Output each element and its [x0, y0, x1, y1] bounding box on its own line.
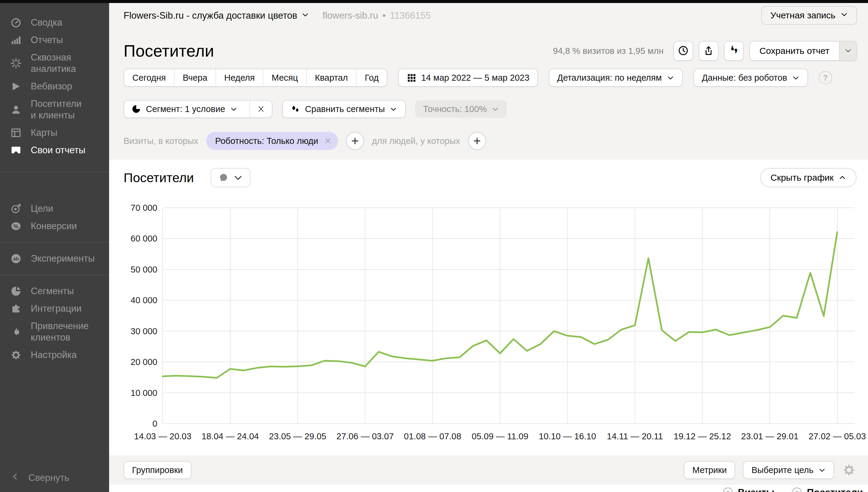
chevron-left-icon [11, 472, 20, 484]
sidebar-item-label: Свои отчеты [31, 145, 85, 156]
add-visit-condition-button[interactable] [346, 132, 364, 150]
chart-comment-button[interactable] [211, 168, 251, 187]
save-report-split: Сохранить отчет [749, 41, 857, 61]
sidebar: СводкаОтчетыСквозная аналитикаВебвизорПо… [0, 3, 109, 492]
sidebar-item-goals[interactable]: Цели [0, 200, 109, 217]
svg-text:ab: ab [13, 256, 19, 262]
sidebar-item-cross-analytics[interactable]: Сквозная аналитика [0, 49, 109, 78]
save-report-button[interactable]: Сохранить отчет [750, 42, 839, 60]
period-button-yesterday[interactable]: Вчера [174, 69, 216, 86]
svg-text:60 000: 60 000 [131, 233, 157, 243]
counter-meta: flowers-sib.ru • 11366155 [323, 10, 431, 21]
period-button-group: СегодняВчераНеделяМесяцКварталГод [123, 69, 387, 87]
svg-text:10.10 — 16.10: 10.10 — 16.10 [539, 432, 596, 441]
svg-text:70 000: 70 000 [131, 203, 157, 213]
svg-text:23.05 — 29.05: 23.05 — 29.05 [269, 432, 326, 441]
ab-icon: ab [10, 253, 22, 264]
compare-segments-button[interactable]: Сравнить сегменты [282, 100, 406, 118]
legend-item-visitors[interactable]: Посетители [791, 487, 863, 492]
sidebar-item-label: Вебвизор [31, 81, 72, 92]
sidebar-group-3: abЭксперименты [0, 242, 109, 275]
sidebar-item-custom-reports[interactable]: Свои отчеты [0, 142, 109, 159]
accuracy-button[interactable]: Точность: 100% [415, 100, 507, 118]
chevron-down-icon [818, 466, 826, 474]
sidebar-item-label: Цели [31, 203, 53, 214]
segment-clear-button[interactable] [250, 101, 272, 118]
sidebar-item-label: Привлечение клиентов [31, 320, 89, 343]
sidebar-item-label: Настройка [31, 349, 77, 361]
people-prefix: для людей, у которых [372, 136, 460, 146]
groupings-button[interactable]: Группировки [123, 461, 191, 479]
table-settings-button[interactable] [842, 463, 856, 477]
comments-button[interactable]: ❛❜ [724, 41, 744, 61]
chevron-down-icon [492, 105, 499, 113]
svg-text:50 000: 50 000 [131, 265, 157, 274]
target-icon [10, 203, 22, 214]
sidebar-item-webvisor[interactable]: Вебвизор [0, 78, 109, 95]
percent-icon: % [10, 220, 22, 232]
gear-icon [10, 349, 22, 361]
sidebar-item-experiments[interactable]: abЭксперименты [0, 250, 109, 267]
counter-id: 11366155 [390, 10, 431, 21]
segment-button[interactable]: Сегмент: 1 условие [124, 101, 245, 118]
sidebar-item-integrations[interactable]: Интеграции [0, 300, 109, 317]
metric-circle-icon [722, 487, 733, 492]
sidebar-item-acquisition[interactable]: Привлечение клиентов [0, 317, 109, 346]
period-filter-row: СегодняВчераНеделяМесяцКварталГод 14 мар… [123, 69, 832, 87]
person-icon [10, 104, 22, 115]
chevron-down-icon [230, 105, 237, 113]
save-report-menu-button[interactable] [839, 42, 857, 60]
sidebar-item-summary[interactable]: Сводка [0, 14, 109, 31]
sidebar-group-2: Цели%Конверсии [0, 172, 109, 242]
period-button-week[interactable]: Неделя [216, 69, 263, 86]
sidebar-item-visitors-clients[interactable]: Посетители и клиенты [0, 95, 109, 124]
legend-item-visits[interactable]: Визиты [722, 487, 774, 492]
choose-goal-button[interactable]: Выберите цель [743, 461, 834, 479]
export-button[interactable] [699, 41, 719, 61]
date-range-label: 14 мар 2022 — 5 мар 2023 [421, 73, 529, 83]
svg-text:01.08 — 07.08: 01.08 — 07.08 [404, 432, 461, 441]
metrics-button[interactable]: Метрики [684, 461, 735, 479]
sidebar-item-label: Сквозная аналитика [31, 52, 76, 75]
detalization-label: Детализация: по неделям [557, 73, 662, 83]
chevron-down-icon [840, 10, 848, 21]
plus-icon [351, 137, 359, 145]
legend-label: Визиты [738, 487, 774, 492]
sidebar-item-segments[interactable]: Сегменты [0, 282, 109, 300]
period-button-quarter[interactable]: Квартал [307, 69, 357, 86]
help-icon[interactable]: ? [819, 71, 832, 84]
hide-chart-button[interactable]: Скрыть график [760, 168, 857, 187]
sidebar-item-reports[interactable]: Отчеты [0, 31, 109, 49]
pie-icon [10, 286, 22, 297]
sampling-note: 94,8 % визитов из 1,95 млн [553, 46, 664, 56]
meta-separator: • [382, 10, 386, 21]
period-button-today[interactable]: Сегодня [124, 69, 174, 86]
period-button-year[interactable]: Год [356, 69, 387, 86]
custom-report-icon [10, 145, 22, 156]
sidebar-item-conversions[interactable]: %Конверсии [0, 217, 109, 235]
sidebar-collapse-button[interactable]: Свернуть [11, 472, 69, 484]
clock-icon [678, 45, 689, 57]
title-row: Посетители 94,8 % визитов из 1,95 млн ❛❜… [123, 41, 857, 61]
svg-text:40 000: 40 000 [131, 295, 157, 305]
sidebar-item-settings[interactable]: Настройка [0, 346, 109, 364]
detalization-button[interactable]: Детализация: по неделям [549, 69, 683, 87]
svg-text:0: 0 [153, 419, 157, 428]
account-button[interactable]: Учетная запись [761, 6, 857, 25]
sidebar-item-label: Посетители и клиенты [31, 98, 81, 121]
history-button[interactable] [673, 41, 693, 61]
add-people-condition-button[interactable] [468, 132, 486, 150]
chart-header: Посетители Скрыть график [123, 168, 857, 187]
svg-text:30 000: 30 000 [131, 326, 157, 336]
data-robots-button[interactable]: Данные: без роботов [694, 69, 808, 87]
date-range-button[interactable]: 14 мар 2022 — 5 мар 2023 [398, 69, 538, 87]
sidebar-item-maps[interactable]: Карты [0, 124, 109, 142]
robots-filter-chip[interactable]: Роботность: Только люди [206, 132, 338, 150]
counter-selector[interactable]: Flowers-Sib.ru - служба доставки цветов [123, 10, 309, 21]
period-button-month[interactable]: Месяц [263, 69, 306, 86]
metrics-legend: ВизитыПосетители [722, 487, 863, 492]
top-black-bar [0, 0, 868, 3]
chevron-down-icon [792, 74, 800, 81]
main-content: Flowers-Sib.ru - служба доставки цветов … [109, 3, 868, 492]
sidebar-nav: СводкаОтчетыСквозная аналитикаВебвизорПо… [0, 8, 109, 371]
